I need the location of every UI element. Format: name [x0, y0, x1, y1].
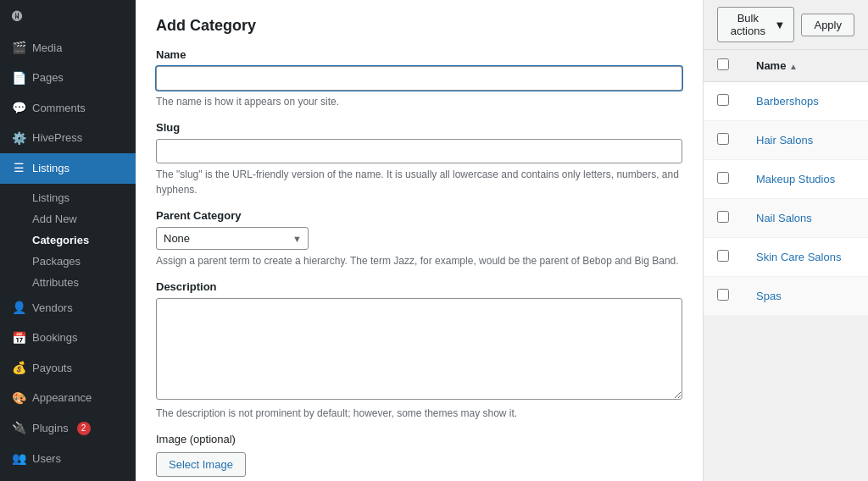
parent-label: Parent Category [156, 209, 682, 222]
table-row: Skin Care Salons [704, 238, 868, 277]
sidebar-item-users[interactable]: 👥 Users [0, 444, 136, 474]
row-checkbox-cell [704, 82, 743, 121]
row-checkbox[interactable] [717, 250, 729, 262]
select-all-checkbox[interactable] [717, 58, 729, 70]
description-field: Description The description is not promi… [156, 280, 682, 421]
parent-select[interactable]: None [156, 227, 309, 250]
row-checkbox-cell [704, 277, 743, 316]
category-link[interactable]: Spas [756, 290, 782, 302]
row-name-cell: Barbershops [743, 82, 868, 121]
sidebar-item-label: Listings [32, 161, 70, 176]
row-checkbox[interactable] [717, 289, 729, 301]
name-field: Name The name is how it appears on your … [156, 48, 682, 109]
category-link[interactable]: Barbershops [756, 95, 819, 108]
category-link[interactable]: Skin Care Salons [756, 251, 841, 263]
row-checkbox[interactable] [717, 133, 729, 145]
list-header: Bulk actions ▼ Apply [704, 0, 868, 50]
category-link[interactable]: Hair Salons [756, 134, 813, 147]
description-help: The description is not prominent by defa… [156, 406, 682, 421]
sidebar-item-pages[interactable]: 📄 Pages [0, 64, 136, 94]
name-input[interactable] [156, 66, 682, 91]
slug-label: Slug [156, 121, 682, 134]
parent-category-field: Parent Category None ▼ Assign a parent t… [156, 209, 682, 268]
row-checkbox-cell [704, 238, 743, 277]
select-image-button[interactable]: Select Image [156, 452, 246, 477]
vendors-icon: 👤 [12, 300, 25, 317]
plugins-badge: 2 [77, 422, 91, 435]
slug-input[interactable] [156, 139, 682, 163]
table-header-row: Name ▲ [704, 50, 868, 82]
sidebar-item-label: Pages [32, 70, 64, 86]
row-name-cell: Skin Care Salons [743, 238, 868, 277]
table-row: Nail Salons [704, 199, 868, 238]
slug-help: The "slug" is the URL-friendly version o… [156, 167, 682, 197]
table-row: Barbershops [704, 82, 868, 121]
bulk-actions-button[interactable]: Bulk actions ▼ [717, 7, 794, 42]
sidebar: 🅦 🎬 Media 📄 Pages 💬 Comments ⚙️ HivePres… [0, 0, 136, 481]
name-help: The name is how it appears on your site. [156, 94, 682, 109]
media-icon: 🎬 [12, 40, 25, 57]
apply-button[interactable]: Apply [801, 14, 854, 36]
sidebar-item-payouts[interactable]: 💰 Payouts [0, 353, 136, 384]
row-checkbox[interactable] [717, 211, 729, 223]
image-label: Image (optional) [156, 433, 682, 445]
listings-submenu: Listings Add New Categories Packages Att… [0, 187, 136, 293]
sidebar-item-bookings[interactable]: 📅 Bookings [0, 323, 136, 354]
bulk-actions-label: Bulk actions [726, 12, 770, 37]
sidebar-sub-add-new[interactable]: Add New [0, 208, 136, 229]
row-checkbox[interactable] [717, 172, 729, 184]
appearance-icon: 🎨 [12, 390, 25, 407]
category-link[interactable]: Nail Salons [756, 212, 812, 224]
row-name-cell: Hair Salons [743, 121, 868, 160]
sidebar-sub-attributes[interactable]: Attributes [0, 272, 136, 293]
sidebar-sub-listings[interactable]: Listings [0, 187, 136, 208]
add-category-form-panel: Add Category Name The name is how it app… [136, 0, 704, 481]
sidebar-item-vendors[interactable]: 👤 Vendors [0, 293, 136, 323]
row-checkbox[interactable] [717, 94, 729, 106]
plugins-icon: 🔌 [12, 420, 25, 437]
name-label: Name [156, 48, 682, 61]
row-name-cell: Nail Salons [743, 199, 868, 238]
users-icon: 👥 [12, 451, 25, 467]
payouts-icon: 💰 [12, 360, 25, 377]
sidebar-item-plugins[interactable]: 🔌 Plugins 2 [0, 413, 136, 444]
select-all-col [704, 50, 743, 82]
sidebar-item-label: Media [32, 41, 62, 56]
sidebar-item-label: Comments [32, 101, 86, 116]
sidebar-item-hivepress[interactable]: ⚙️ HivePress [0, 124, 136, 154]
sidebar-item-label: Users [32, 451, 61, 467]
sidebar-item-appearance[interactable]: 🎨 Appearance [0, 384, 136, 414]
parent-select-wrapper: None ▼ [156, 227, 309, 250]
row-name-cell: Spas [743, 277, 868, 316]
sidebar-item-label: Bookings [32, 330, 77, 346]
row-checkbox-cell [704, 160, 743, 199]
image-field: Image (optional) Select Image [156, 433, 682, 477]
sidebar-sub-categories[interactable]: Categories [0, 229, 136, 251]
sidebar-sub-packages[interactable]: Packages [0, 251, 136, 272]
table-row: Makeup Studios [704, 160, 868, 199]
sidebar-item-label: Vendors [32, 301, 73, 316]
categories-table: Name ▲ Barbershops Hair Salons Makeup St… [704, 50, 868, 316]
row-name-cell: Makeup Studios [743, 160, 868, 199]
sidebar-item-listings[interactable]: ☰ Listings [0, 153, 136, 184]
slug-field: Slug The "slug" is the URL-friendly vers… [156, 121, 682, 197]
table-row: Spas [704, 277, 868, 316]
bulk-actions-chevron-icon: ▼ [775, 19, 786, 31]
sidebar-item-label: HivePress [32, 130, 82, 146]
hivepress-icon: ⚙️ [12, 130, 25, 147]
bulk-actions-wrapper: Bulk actions ▼ [717, 7, 794, 42]
sort-icon: ▲ [789, 62, 798, 71]
main-content: Add Category Name The name is how it app… [136, 0, 868, 481]
sidebar-item-label: Payouts [32, 361, 72, 376]
sidebar-item-media[interactable]: 🎬 Media [0, 33, 136, 64]
table-row: Hair Salons [704, 121, 868, 160]
category-link[interactable]: Makeup Studios [756, 173, 835, 185]
name-column-header: Name ▲ [743, 50, 868, 82]
parent-help: Assign a parent term to create a hierarc… [156, 253, 682, 268]
sidebar-item-tools[interactable]: 🔧 Tools [0, 474, 136, 481]
sidebar-item-comments[interactable]: 💬 Comments [0, 93, 136, 124]
categories-tbody: Barbershops Hair Salons Makeup Studios N… [704, 82, 868, 316]
description-textarea[interactable] [156, 298, 682, 400]
categories-list-panel: Bulk actions ▼ Apply Name ▲ [704, 0, 868, 481]
bookings-icon: 📅 [12, 330, 25, 347]
